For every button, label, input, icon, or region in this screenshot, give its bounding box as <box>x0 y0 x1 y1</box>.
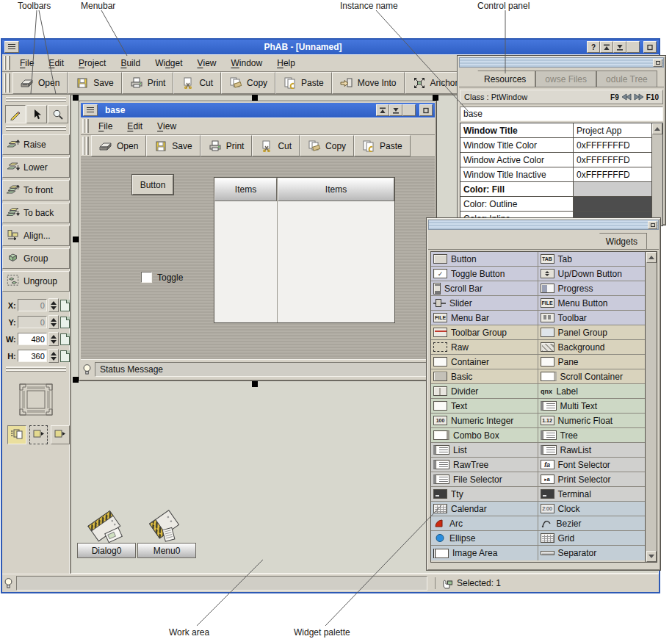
palette-item-bezier[interactable]: Bezier <box>538 516 646 531</box>
spinner-up-icon[interactable] <box>51 335 57 339</box>
spinner-up-icon[interactable] <box>51 301 57 305</box>
sidebar-ungroup-button[interactable]: Ungroup <box>2 271 70 292</box>
main-titlebar[interactable]: PhAB - [Unnamed] ? <box>2 40 659 54</box>
field-x-input[interactable] <box>18 299 47 311</box>
field-w-spinner[interactable] <box>48 332 59 346</box>
list-body-2[interactable] <box>278 201 394 322</box>
resource-value[interactable]: 0xFFFFFFFD <box>574 167 651 181</box>
spinner-up-icon[interactable] <box>51 318 57 322</box>
field-y-lock-icon[interactable] <box>60 317 70 328</box>
palette-titlebar[interactable] <box>428 220 659 230</box>
resource-value[interactable]: 0xFFFFFFFD <box>574 138 651 152</box>
widget-push-button[interactable]: Button <box>132 175 173 195</box>
palette-item-divider[interactable]: Divider <box>431 384 538 399</box>
main-toolbar-cut-button[interactable]: Cut <box>173 72 221 94</box>
palette-item-toggle-button[interactable]: ✓Toggle Button <box>431 267 538 281</box>
palette-item-list[interactable]: List <box>431 443 538 458</box>
module-pages-button[interactable] <box>7 425 26 444</box>
list-header-1[interactable]: Items <box>214 178 277 201</box>
pencil-tool-button[interactable] <box>5 105 26 123</box>
palette-item-terminal[interactable]: Terminal <box>538 487 646 502</box>
selection-handle-top-center[interactable] <box>252 95 258 101</box>
base-toolbar-cut-button[interactable]: Cut <box>252 135 300 156</box>
palette-item-toolbar[interactable]: Toolbar <box>538 311 646 325</box>
widget-list[interactable]: Items Items <box>214 177 395 323</box>
resource-value[interactable]: Project App <box>574 123 651 137</box>
palette-item-basic[interactable]: Basic <box>431 369 538 384</box>
selection-handle-top-left[interactable] <box>73 95 79 101</box>
widget-toggle-button[interactable]: Toggle <box>141 272 183 283</box>
palette-item-pane[interactable]: Pane <box>538 355 646 369</box>
field-h-spinner[interactable] <box>48 349 59 363</box>
palette-item-container[interactable]: Container <box>431 355 538 369</box>
palette-item-toolbar-group[interactable]: Toolbar Group <box>431 325 538 340</box>
resource-row-color-fill[interactable]: Color: Fill <box>460 182 651 197</box>
palette-item-tab[interactable]: TABTab <box>538 252 646 267</box>
main-menu-edit[interactable]: Edit <box>41 54 71 71</box>
field-h-input[interactable] <box>18 350 47 362</box>
base-titlebar[interactable]: base <box>81 103 435 118</box>
palette-item-separator[interactable]: Separator <box>538 546 646 560</box>
spinner-down-icon[interactable] <box>51 340 57 344</box>
palette-item-clock[interactable]: 2:00Clock <box>538 502 646 516</box>
field-w-input[interactable] <box>18 333 47 345</box>
base-toolbar-grip[interactable] <box>82 137 89 155</box>
sidebar-lower-button[interactable]: Lower <box>2 157 70 178</box>
main-toolbar-save-button[interactable]: Save <box>68 72 121 94</box>
field-y-input[interactable] <box>18 316 47 328</box>
box-arrow-left-button[interactable] <box>29 425 48 444</box>
palette-item-ellipse[interactable]: Ellipse <box>431 531 538 546</box>
palette-item-image-area[interactable]: Image Area <box>431 546 538 560</box>
main-toolbar-move-into-button[interactable]: Move Into <box>332 72 405 94</box>
main-help-button[interactable]: ? <box>587 41 600 53</box>
base-toolbar-open-button[interactable]: Open <box>91 135 146 156</box>
tab-widgets[interactable]: Widgets <box>590 233 647 249</box>
palette-item-combo-box[interactable]: Combo Box <box>431 428 538 443</box>
field-h-lock-icon[interactable] <box>60 350 70 362</box>
base-module-window[interactable]: base FileEditView OpenSavePrintCutCopyPa… <box>79 101 437 381</box>
sidebar-raise-button[interactable]: Raise <box>2 134 70 155</box>
main-menu-window[interactable]: Window <box>224 54 270 71</box>
main-menu-widget[interactable]: Widget <box>148 54 189 71</box>
main-toolbar-open-button[interactable]: Open <box>12 72 68 94</box>
selection-handle-left-center[interactable] <box>73 237 79 242</box>
list-header-2[interactable]: Items <box>278 178 394 201</box>
palette-scroll-down-icon[interactable] <box>646 551 657 562</box>
sidebar-to-front-button[interactable]: To front <box>2 180 70 201</box>
base-menu-edit[interactable]: Edit <box>120 118 150 134</box>
palette-item-background[interactable]: Background <box>538 340 646 355</box>
resource-row-color-outline[interactable]: Color: Outline <box>460 197 651 212</box>
palette-item-tree[interactable]: Tree <box>538 428 646 443</box>
palette-item-label[interactable]: qnxLabel <box>538 384 646 399</box>
main-close-button[interactable] <box>643 41 657 53</box>
main-menu-file[interactable]: File <box>12 54 41 71</box>
sidebar-grip-top[interactable] <box>6 97 66 102</box>
toolbar-grip[interactable] <box>4 73 10 93</box>
resource-row-window-title-color[interactable]: Window Title Color0xFFFFFFFD <box>460 138 651 153</box>
resource-color-swatch[interactable] <box>574 197 651 211</box>
spinner-down-icon[interactable] <box>51 323 57 327</box>
palette-item-scroll-container[interactable]: Scroll Container <box>538 369 646 384</box>
palette-item-scroll-bar[interactable]: Scroll Bar <box>431 281 538 296</box>
selection-handle-bottom-left[interactable] <box>73 377 79 383</box>
base-close-button[interactable] <box>419 104 433 116</box>
sidebar-group-button[interactable]: Group <box>2 248 70 269</box>
base-menubar-grip[interactable] <box>82 119 89 133</box>
main-menu-help[interactable]: Help <box>270 54 303 71</box>
nav-next-icon[interactable] <box>634 93 644 101</box>
base-toolbar-copy-button[interactable]: Copy <box>300 135 354 156</box>
main-maximize-button[interactable] <box>626 41 640 53</box>
toggle-checkbox[interactable] <box>141 272 152 283</box>
base-maximize-button[interactable] <box>402 104 416 116</box>
resource-value[interactable]: 0xFFFFFFFD <box>574 153 651 167</box>
module-dialog0[interactable]: Dialog0 <box>77 506 136 558</box>
main-shade-button[interactable] <box>600 41 613 53</box>
palette-item-font-selector[interactable]: faFont Selector <box>538 458 646 472</box>
main-unshade-button[interactable] <box>613 41 626 53</box>
base-canvas[interactable]: Button Items Items Toggle <box>81 157 435 359</box>
tab-resources[interactable]: Resources <box>468 71 535 87</box>
base-shade-button[interactable] <box>376 104 389 116</box>
spinner-down-icon[interactable] <box>51 306 57 310</box>
resources-titlebar[interactable] <box>459 57 664 68</box>
spinner-down-icon[interactable] <box>51 357 57 361</box>
